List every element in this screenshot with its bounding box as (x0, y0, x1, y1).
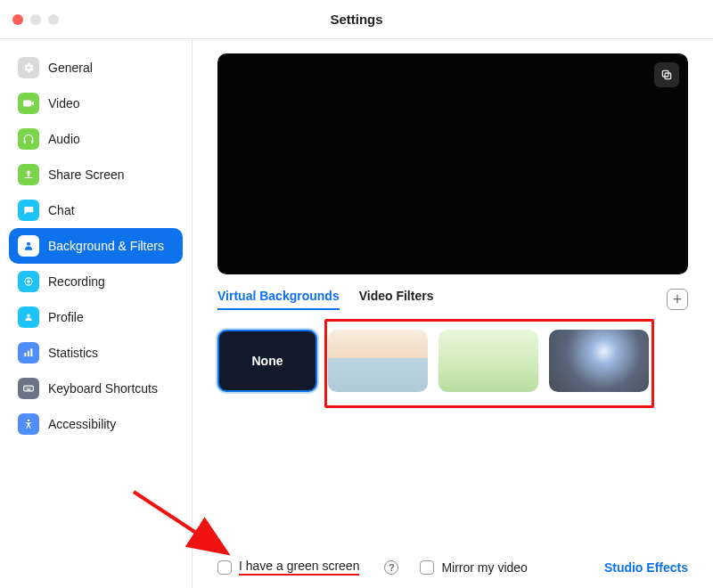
tabs-row: Virtual Backgrounds Video Filters + (217, 289, 688, 310)
person-icon (18, 235, 39, 257)
profile-icon (18, 306, 39, 328)
sidebar-item-chat[interactable]: Chat (9, 192, 183, 228)
sidebar-item-profile[interactable]: Profile (9, 299, 183, 335)
mirror-video-checkbox[interactable]: Mirror my video (420, 560, 527, 575)
svg-point-11 (28, 420, 29, 421)
sidebar-item-audio[interactable]: Audio (9, 121, 183, 157)
sidebar-item-label: Profile (48, 311, 84, 323)
svg-rect-10 (24, 386, 34, 391)
background-option-none[interactable]: None (217, 330, 317, 392)
background-none-label: None (252, 354, 283, 368)
sidebar-item-label: Audio (48, 133, 80, 145)
background-option-grass[interactable] (438, 330, 538, 392)
checkbox-icon (217, 560, 232, 575)
sidebar-item-share-screen[interactable]: Share Screen (9, 157, 183, 192)
sidebar-item-label: Recording (48, 275, 105, 288)
close-icon[interactable] (12, 14, 23, 25)
window-title: Settings (330, 12, 382, 27)
svg-point-6 (27, 314, 30, 318)
bottom-bar: I have a green screen ? Mirror my video … (217, 553, 688, 576)
rotate-button[interactable] (654, 62, 679, 87)
accessibility-icon (18, 413, 39, 435)
sidebar-item-label: Accessibility (48, 418, 116, 430)
sidebar-item-general[interactable]: General (9, 50, 183, 86)
gear-icon (18, 57, 39, 78)
sidebar-item-accessibility[interactable]: Accessibility (9, 406, 183, 442)
zoom-icon[interactable] (48, 14, 59, 25)
window-controls (12, 14, 59, 25)
chat-icon (18, 200, 39, 221)
sidebar-item-background-filters[interactable]: Background & Filters (9, 228, 183, 264)
sidebar-item-label: Background & Filters (48, 240, 164, 252)
tabs: Virtual Backgrounds Video Filters (217, 289, 433, 310)
sidebar-item-label: Chat (48, 204, 75, 216)
sidebar-item-label: General (48, 61, 93, 74)
record-icon (18, 271, 39, 292)
background-option-earth-space[interactable] (549, 330, 649, 392)
checkbox-icon (420, 560, 434, 575)
sidebar-item-keyboard-shortcuts[interactable]: Keyboard Shortcuts (9, 371, 183, 406)
main-panel: Virtual Backgrounds Video Filters + None… (193, 39, 713, 588)
svg-rect-2 (24, 177, 32, 178)
stats-icon (18, 342, 39, 363)
mirror-video-label: Mirror my video (441, 560, 527, 575)
sidebar-item-label: Video (48, 97, 80, 110)
tab-video-filters[interactable]: Video Filters (359, 289, 434, 310)
minimize-icon[interactable] (30, 14, 41, 25)
svg-rect-7 (24, 353, 26, 356)
keyboard-icon (18, 378, 39, 399)
camera-icon (18, 93, 39, 114)
tab-virtual-backgrounds[interactable]: Virtual Backgrounds (217, 289, 340, 310)
svg-rect-1 (31, 140, 33, 143)
background-option-golden-gate[interactable] (328, 330, 428, 392)
svg-point-5 (27, 280, 30, 283)
titlebar: Settings (0, 0, 713, 39)
video-preview (217, 53, 688, 274)
sidebar-item-video[interactable]: Video (9, 86, 183, 121)
sidebar-item-statistics[interactable]: Statistics (9, 335, 183, 371)
help-icon[interactable]: ? (384, 560, 398, 575)
green-screen-label: I have a green screen (239, 559, 359, 576)
svg-rect-9 (30, 348, 32, 356)
background-thumbnails: None (217, 326, 688, 408)
svg-rect-8 (28, 351, 29, 356)
green-screen-checkbox[interactable]: I have a green screen (217, 559, 359, 576)
sidebar-item-label: Statistics (48, 347, 98, 359)
sidebar-item-label: Keyboard Shortcuts (48, 382, 158, 395)
sidebar: General Video Audio Share Screen Chat (0, 39, 193, 588)
add-background-button[interactable]: + (667, 289, 688, 310)
sidebar-item-recording[interactable]: Recording (9, 264, 183, 299)
share-icon (18, 164, 39, 185)
sidebar-item-label: Share Screen (48, 168, 125, 181)
svg-point-3 (27, 242, 30, 246)
studio-effects-link[interactable]: Studio Effects (604, 560, 688, 575)
svg-rect-0 (24, 140, 26, 143)
headphones-icon (18, 128, 39, 150)
